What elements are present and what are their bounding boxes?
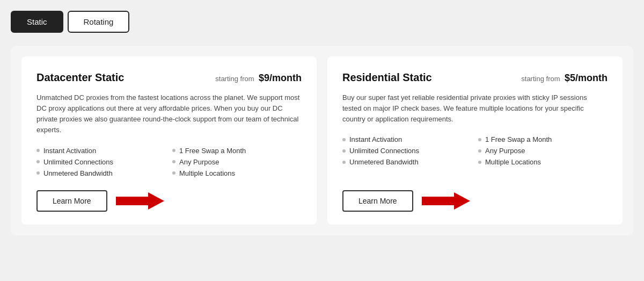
features-grid-1: Instant Activation 1 Free Swap a Month U… [36,147,302,177]
card-price-2: $5/month [565,73,608,83]
toggle-bar: Static Rotating [11,11,633,33]
learn-more-button-2[interactable]: Learn More [342,190,413,212]
card-header-2: Residential Static starting from $5/mont… [342,71,608,84]
feature-label: Unmetered Bandwidth [43,169,113,177]
feature-item: Unmetered Bandwidth [36,169,166,177]
feature-item: 1 Free Swap a Month [172,147,302,155]
card-description-1: Unmatched DC proxies from the fastest lo… [36,92,302,136]
feature-item: Instant Activation [342,135,472,143]
card-title-1: Datacenter Static [36,71,124,84]
cards-wrapper: Datacenter Static starting from $9/month… [11,46,633,235]
page-wrapper: Static Rotating Datacenter Static starti… [11,11,633,235]
feature-item: Unmetered Bandwidth [342,158,472,166]
rotating-tab[interactable]: Rotating [68,11,130,33]
feature-item: Instant Activation [36,147,166,155]
feature-item: Unlimited Connections [36,158,166,166]
feature-dot-icon [342,138,346,141]
feature-label: Multiple Locations [179,169,235,177]
datacenter-static-card: Datacenter Static starting from $9/month… [21,56,317,225]
feature-item: 1 Free Swap a Month [478,135,608,143]
red-arrow-icon-2 [422,191,470,211]
svg-marker-1 [422,192,470,210]
card-header-1: Datacenter Static starting from $9/month [36,71,302,84]
feature-item: Any Purpose [478,147,608,155]
feature-label: Unmetered Bandwidth [349,158,419,166]
card-footer-2: Learn More [342,190,608,212]
feature-label: Unlimited Connections [349,147,419,155]
feature-label: Instant Activation [43,147,96,155]
feature-label: Multiple Locations [485,158,541,166]
card-price-1: $9/month [259,73,302,83]
feature-dot-icon [172,160,175,163]
card-price-wrapper-1: starting from $9/month [215,73,302,84]
feature-item: Any Purpose [172,158,302,166]
red-arrow-icon-1 [116,191,164,211]
feature-item: Multiple Locations [172,169,302,177]
feature-dot-icon [478,138,481,141]
card-price-wrapper-2: starting from $5/month [521,73,608,84]
feature-dot-icon [36,160,40,163]
feature-dot-icon [342,149,346,153]
feature-label: Unlimited Connections [43,158,113,166]
residential-static-card: Residential Static starting from $5/mont… [327,56,623,225]
card-price-label-1: starting from [215,75,254,83]
feature-dot-icon [172,171,175,175]
feature-item: Multiple Locations [478,158,608,166]
feature-dot-icon [342,161,346,164]
feature-label: Any Purpose [485,147,525,155]
svg-marker-0 [116,192,164,210]
feature-label: Any Purpose [179,158,219,166]
card-price-label-2: starting from [521,75,560,83]
feature-label: Instant Activation [349,135,402,143]
feature-item: Unlimited Connections [342,147,472,155]
feature-dot-icon [36,149,40,152]
card-description-2: Buy our super fast yet reliable resident… [342,92,608,125]
card-title-2: Residential Static [342,71,432,84]
learn-more-button-1[interactable]: Learn More [36,190,107,212]
feature-dot-icon [36,171,40,175]
static-tab[interactable]: Static [11,11,63,33]
feature-dot-icon [478,149,481,153]
features-grid-2: Instant Activation 1 Free Swap a Month U… [342,135,608,166]
feature-dot-icon [172,149,175,152]
feature-dot-icon [478,161,481,164]
card-footer-1: Learn More [36,190,302,212]
feature-label: 1 Free Swap a Month [179,147,246,155]
feature-label: 1 Free Swap a Month [485,135,552,143]
